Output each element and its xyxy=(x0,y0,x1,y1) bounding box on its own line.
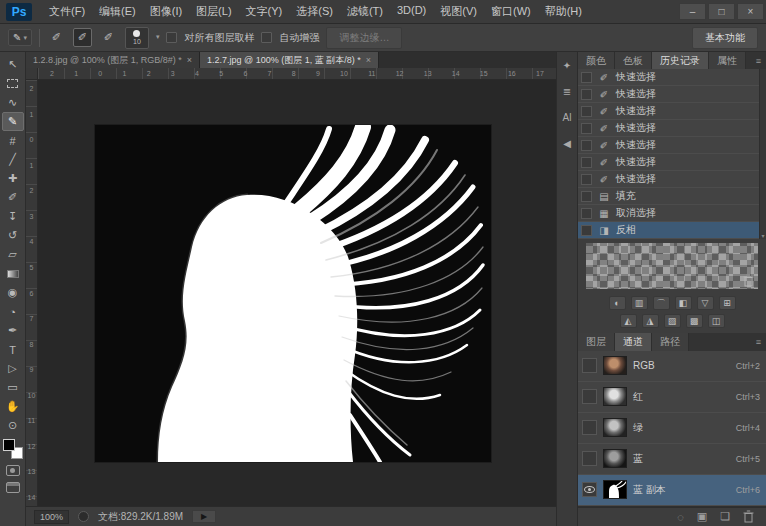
menu-item[interactable]: 窗口(W) xyxy=(484,1,538,22)
trash-icon[interactable] xyxy=(743,274,754,287)
channel-mask-image[interactable] xyxy=(95,125,491,462)
menu-item[interactable]: 3D(D) xyxy=(390,1,433,22)
channel-row-blue[interactable]: 蓝 Ctrl+5 xyxy=(578,444,766,475)
document-tab-1[interactable]: 1.2.8.jpg @ 100% (图层 1, RGB/8#) * × xyxy=(26,52,200,68)
history-entry[interactable]: ✐快速选择 xyxy=(578,86,766,103)
history-source-checkbox[interactable] xyxy=(581,225,592,236)
tab-swatches[interactable]: 色板 xyxy=(615,52,652,69)
load-selection-icon[interactable]: ◌ xyxy=(677,511,684,523)
close-button[interactable]: × xyxy=(737,3,764,20)
history-source-checkbox[interactable] xyxy=(581,89,592,100)
menu-item[interactable]: 编辑(E) xyxy=(92,1,143,22)
tab-color[interactable]: 颜色 xyxy=(578,52,615,69)
history-entry-selected[interactable]: ◨反相 xyxy=(578,222,766,239)
move-tool[interactable]: ↖ xyxy=(2,55,24,74)
document-tab-2[interactable]: 1.2.7.jpg @ 100% (图层 1, 蓝 副本/8) * × xyxy=(200,52,379,68)
auto-enhance-checkbox[interactable] xyxy=(261,32,272,43)
new-selection-mode-button[interactable]: ✐ xyxy=(47,28,66,47)
color-swatches[interactable] xyxy=(3,439,23,459)
new-channel-icon[interactable]: ❏ xyxy=(720,510,730,523)
history-source-checkbox[interactable] xyxy=(581,174,592,185)
dodge-tool[interactable]: ◔ xyxy=(2,302,24,321)
brush-size-picker[interactable]: 10 xyxy=(125,27,149,49)
spot-healing-brush-tool[interactable]: ✚ xyxy=(2,169,24,188)
panel-menu-icon[interactable]: ≡ xyxy=(756,52,766,69)
history-entry[interactable]: ▤填充 xyxy=(578,188,766,205)
visibility-toggle[interactable] xyxy=(582,389,597,404)
sample-all-layers-checkbox[interactable] xyxy=(166,32,177,43)
close-tab-icon[interactable]: × xyxy=(366,55,371,65)
menu-item[interactable]: 图层(L) xyxy=(189,1,238,22)
channel-row-rgb[interactable]: RGB Ctrl+2 xyxy=(578,351,766,382)
tab-channels[interactable]: 通道 xyxy=(615,333,652,350)
zoom-level-field[interactable]: 100% xyxy=(34,510,69,524)
adjustment-icon[interactable]: ▨ xyxy=(664,314,681,328)
dock-panel-icon[interactable]: ✦ xyxy=(558,57,576,73)
history-source-checkbox[interactable] xyxy=(581,157,592,168)
adjustment-icon[interactable]: ▽ xyxy=(697,296,714,310)
quick-mask-button[interactable] xyxy=(6,465,20,476)
subtract-from-selection-mode-button[interactable]: ✐ xyxy=(99,28,118,47)
history-source-checkbox[interactable] xyxy=(581,191,592,202)
menu-item[interactable]: 选择(S) xyxy=(289,1,340,22)
blur-tool[interactable]: ◉ xyxy=(2,283,24,302)
refine-edge-button[interactable]: 调整边缘… xyxy=(326,27,402,49)
adjustment-icon[interactable]: ⌒ xyxy=(653,296,670,310)
pen-tool[interactable]: ✒ xyxy=(2,321,24,340)
quick-selection-tool[interactable]: ✎ xyxy=(2,112,24,131)
tab-paths[interactable]: 路径 xyxy=(652,333,689,350)
history-source-checkbox[interactable] xyxy=(581,106,592,117)
hand-tool[interactable]: ✋ xyxy=(2,397,24,416)
add-to-selection-mode-button[interactable]: ✐ xyxy=(73,28,92,47)
menu-item[interactable]: 文字(Y) xyxy=(239,1,290,22)
tool-preset-picker[interactable]: ✎ ▾ xyxy=(8,29,32,46)
maximize-button[interactable]: □ xyxy=(708,3,735,20)
rectangular-marquee-tool[interactable] xyxy=(2,74,24,93)
channel-row-blue-copy[interactable]: 蓝 副本 Ctrl+6 xyxy=(578,475,766,506)
path-selection-tool[interactable]: ▷ xyxy=(2,359,24,378)
history-source-checkbox[interactable] xyxy=(581,140,592,151)
minimize-button[interactable]: – xyxy=(679,3,706,20)
adjustment-icon[interactable]: ◧ xyxy=(675,296,692,310)
adjustment-icon[interactable]: ◭ xyxy=(620,314,637,328)
visibility-toggle[interactable] xyxy=(582,482,597,497)
adjustment-icon[interactable]: ▩ xyxy=(686,314,703,328)
history-entry[interactable]: ✐快速选择 xyxy=(578,103,766,120)
foreground-color-swatch[interactable] xyxy=(3,439,15,451)
screen-mode-button[interactable] xyxy=(6,482,20,493)
adjustment-icon[interactable]: ▥ xyxy=(631,296,648,310)
history-brush-tool[interactable]: ↺ xyxy=(2,226,24,245)
dock-panel-icon[interactable]: ◀ xyxy=(558,135,576,151)
channel-row-red[interactable]: 红 Ctrl+3 xyxy=(578,382,766,413)
crop-tool[interactable]: # xyxy=(2,131,24,150)
history-entry[interactable]: ✐快速选择 xyxy=(578,171,766,188)
adjustment-icon[interactable]: ◫ xyxy=(708,314,725,328)
history-entry[interactable]: ▦取消选择 xyxy=(578,205,766,222)
brush-tool[interactable]: ✐ xyxy=(2,188,24,207)
history-source-checkbox[interactable] xyxy=(581,208,592,219)
save-selection-icon[interactable]: ▣ xyxy=(697,510,707,523)
history-source-checkbox[interactable] xyxy=(581,72,592,83)
canvas-viewport[interactable]: 2101234567891011121314 xyxy=(26,80,556,506)
workspace-switcher-button[interactable]: 基本功能 xyxy=(692,27,758,49)
gradient-tool[interactable] xyxy=(2,264,24,283)
eyedropper-tool[interactable]: ╱ xyxy=(2,150,24,169)
menu-item[interactable]: 滤镜(T) xyxy=(340,1,390,22)
delete-channel-icon[interactable] xyxy=(743,510,754,523)
lasso-tool[interactable]: ∿ xyxy=(2,93,24,112)
adjustment-icon[interactable]: ◐ xyxy=(609,296,626,310)
visibility-toggle[interactable] xyxy=(582,358,597,373)
tab-history[interactable]: 历史记录 xyxy=(652,52,709,69)
history-scrollbar[interactable]: ▾ xyxy=(759,69,766,239)
adjustment-icon[interactable]: ◮ xyxy=(642,314,659,328)
tab-properties[interactable]: 属性 xyxy=(709,52,746,69)
menu-item[interactable]: 文件(F) xyxy=(42,1,92,22)
type-tool[interactable]: T xyxy=(2,340,24,359)
status-options-arrow[interactable]: ▶ xyxy=(192,510,216,523)
dock-panel-icon[interactable]: ≣ xyxy=(558,83,576,99)
menu-item[interactable]: 图像(I) xyxy=(143,1,189,22)
history-entry[interactable]: ✐快速选择 xyxy=(578,137,766,154)
menu-item[interactable]: 视图(V) xyxy=(433,1,484,22)
history-entry[interactable]: ✐快速选择 xyxy=(578,154,766,171)
clone-stamp-tool[interactable]: ↧ xyxy=(2,207,24,226)
